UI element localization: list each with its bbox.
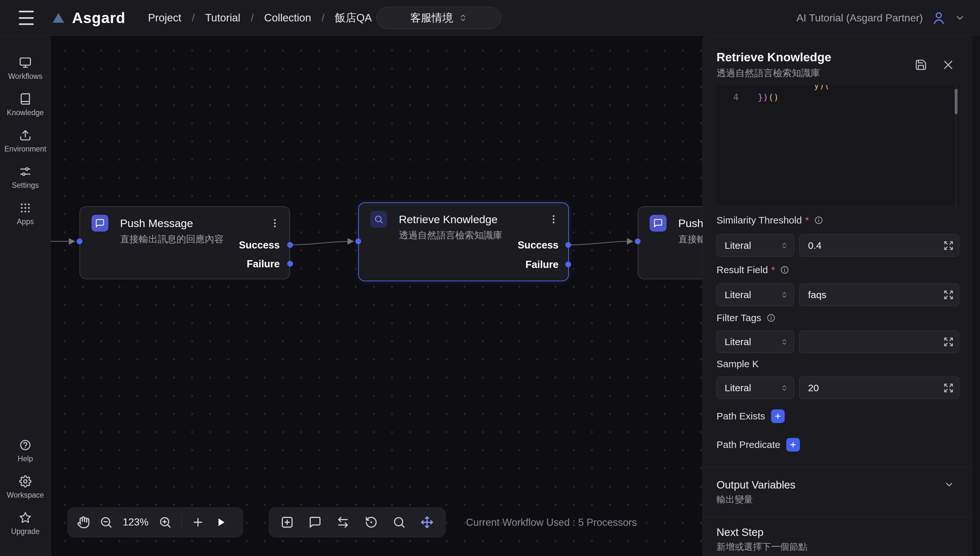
sidebar-item-workspace[interactable]: Workspace bbox=[0, 475, 51, 499]
canvas-tools-toolbar bbox=[269, 508, 446, 537]
sidebar-item-label: Knowledge bbox=[7, 108, 44, 117]
editor-scrollbar-thumb[interactable] bbox=[955, 89, 957, 114]
toolbar-divider bbox=[181, 516, 182, 529]
port-success[interactable]: Success bbox=[517, 239, 558, 251]
next-step-title: Next Step bbox=[716, 526, 763, 538]
add-node-icon[interactable] bbox=[281, 516, 294, 529]
zoom-out-icon[interactable] bbox=[100, 516, 113, 529]
breadcrumb-project[interactable]: Project bbox=[148, 12, 181, 24]
run-workflow-icon[interactable] bbox=[214, 516, 227, 529]
output-variables-subtitle: 輸出變量 bbox=[716, 493, 753, 506]
chat-test-icon[interactable] bbox=[309, 516, 322, 529]
mode-select-filter-tags[interactable]: Literal bbox=[716, 331, 794, 353]
sidebar-item-apps[interactable]: Apps bbox=[0, 202, 51, 226]
mode-select-sample-k[interactable]: Literal bbox=[716, 377, 794, 399]
field-row: Literal 0.4 bbox=[703, 234, 973, 257]
path-predicate-group: Path Predicate bbox=[716, 438, 800, 451]
zoom-in-icon[interactable] bbox=[158, 516, 171, 529]
mode-select-similarity-threshold[interactable]: Literal bbox=[716, 234, 794, 257]
field-label-similarity-threshold: Similarity Threshold* bbox=[716, 215, 823, 226]
chevrons-up-down-icon bbox=[781, 385, 788, 391]
code-line-number: 4 bbox=[716, 92, 739, 102]
apps-icon bbox=[19, 202, 31, 214]
sidebar-item-settings[interactable]: Settings bbox=[0, 165, 51, 190]
sidebar-item-knowledge[interactable]: Knowledge bbox=[0, 93, 51, 117]
node-push-message[interactable]: Push Message 直接輸出訊息的回應內容 Success Failure bbox=[79, 206, 290, 279]
app-root: Asgard Project / Tutorial / Collection /… bbox=[0, 0, 980, 556]
value-input-similarity-threshold[interactable]: 0.4 bbox=[799, 234, 959, 257]
field-label-sample-k: Sample K bbox=[716, 359, 759, 370]
info-icon[interactable] bbox=[780, 265, 789, 275]
expand-icon[interactable] bbox=[943, 383, 954, 393]
expand-icon[interactable] bbox=[943, 290, 954, 300]
chevrons-up-down-icon bbox=[781, 338, 788, 346]
value-input-result-field[interactable]: faqs bbox=[799, 283, 959, 306]
user-icon bbox=[931, 10, 946, 25]
value-input-filter-tags[interactable] bbox=[799, 331, 959, 353]
page-scroll-gutter bbox=[972, 36, 980, 556]
info-icon[interactable] bbox=[767, 314, 776, 322]
breadcrumb-tutorial[interactable]: Tutorial bbox=[205, 12, 241, 24]
panel-subtitle: 透過自然語言檢索知識庫 bbox=[716, 67, 820, 80]
chevron-down-icon bbox=[955, 13, 965, 23]
expand-icon[interactable] bbox=[943, 337, 954, 347]
pan-hand-icon[interactable] bbox=[77, 516, 90, 529]
path-exists-group: Path Exists bbox=[716, 409, 784, 423]
value-input-sample-k[interactable]: 20 bbox=[799, 377, 959, 399]
zoom-level[interactable]: 123% bbox=[122, 516, 149, 528]
breadcrumb: Project / Tutorial / Collection / 飯店QA bbox=[148, 0, 372, 36]
sidebar-item-label: Upgrade bbox=[11, 527, 40, 536]
breadcrumb-collection[interactable]: Collection bbox=[264, 12, 311, 24]
field-label-filter-tags: Filter Tags bbox=[716, 312, 776, 323]
logo[interactable]: Asgard bbox=[51, 0, 125, 36]
output-variables-title[interactable]: Output Variables bbox=[716, 479, 796, 491]
sidebar-item-label: Apps bbox=[17, 217, 34, 226]
node-menu-icon[interactable] bbox=[269, 218, 280, 229]
move-tool-icon[interactable] bbox=[420, 516, 433, 529]
search-canvas-icon[interactable] bbox=[393, 516, 406, 529]
code-clipped-line: y)( bbox=[814, 85, 830, 90]
panel-divider bbox=[703, 517, 972, 517]
canvas-zoom-toolbar: 123% bbox=[68, 508, 243, 537]
sidebar-item-label: Workflows bbox=[8, 72, 42, 81]
node-retrieve-knowledge[interactable]: Retrieve Knowledge 透過自然語言檢索知識庫 Success F… bbox=[358, 202, 569, 281]
add-path-exists-button[interactable] bbox=[771, 409, 784, 423]
workflows-icon bbox=[19, 57, 31, 69]
node-title: Retrieve Knowledge bbox=[399, 213, 498, 226]
sidebar-item-help[interactable]: Help bbox=[0, 439, 51, 463]
menu-icon[interactable] bbox=[19, 11, 36, 25]
path-predicate-label: Path Predicate bbox=[716, 439, 780, 450]
save-icon[interactable] bbox=[915, 59, 927, 71]
swap-arrows-icon[interactable] bbox=[336, 516, 349, 529]
plus-icon bbox=[774, 412, 782, 420]
chat-bubble-icon bbox=[92, 215, 108, 232]
sidebar-item-workflows[interactable]: Workflows bbox=[0, 57, 51, 81]
breadcrumb-current[interactable]: 飯店QA bbox=[335, 11, 372, 25]
port-failure[interactable]: Failure bbox=[247, 258, 280, 270]
port-success[interactable]: Success bbox=[239, 239, 280, 251]
add-icon[interactable] bbox=[191, 516, 204, 529]
next-step-subtitle: 新增或選擇下一個節點 bbox=[716, 541, 807, 553]
account-menu[interactable]: AI Tutorial (Asgard Partner) bbox=[797, 0, 965, 36]
add-path-predicate-button[interactable] bbox=[786, 438, 800, 451]
sidebar-item-label: Settings bbox=[12, 181, 39, 190]
chevrons-up-down-icon bbox=[781, 291, 788, 299]
code-editor[interactable]: y)( 4 })() bbox=[716, 85, 959, 206]
chevrons-up-down-icon bbox=[781, 242, 788, 249]
field-row: Literal 20 bbox=[703, 377, 973, 399]
environment-selector[interactable]: 客服情境 bbox=[377, 7, 501, 29]
node-menu-icon[interactable] bbox=[548, 214, 559, 225]
logo-triangle-icon bbox=[51, 11, 66, 24]
chevron-down-icon[interactable] bbox=[944, 480, 954, 490]
chevrons-up-down-icon bbox=[459, 14, 467, 22]
sidebar-item-environment[interactable]: Environment bbox=[0, 129, 51, 154]
expand-icon[interactable] bbox=[943, 240, 954, 251]
sidebar-item-upgrade[interactable]: Upgrade bbox=[0, 512, 51, 536]
close-icon[interactable] bbox=[942, 59, 954, 71]
chat-bubble-icon bbox=[650, 215, 666, 232]
sidebar: Workflows Knowledge Environment Settings bbox=[0, 36, 51, 556]
mode-select-result-field[interactable]: Literal bbox=[716, 283, 794, 306]
info-icon[interactable] bbox=[814, 216, 823, 225]
port-failure[interactable]: Failure bbox=[526, 259, 558, 270]
rerun-icon[interactable] bbox=[365, 516, 378, 529]
